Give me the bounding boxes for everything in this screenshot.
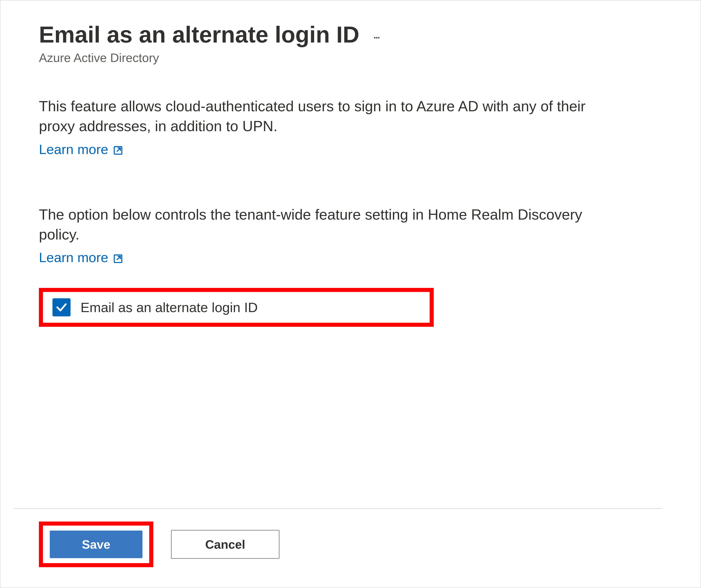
checkbox-label: Email as an alternate login ID bbox=[80, 300, 258, 315]
save-button[interactable]: Save bbox=[50, 531, 143, 558]
footer-actions: Save Cancel bbox=[39, 522, 662, 567]
learn-more-label: Learn more bbox=[39, 142, 108, 157]
page-subtitle: Azure Active Directory bbox=[39, 51, 662, 65]
checkmark-icon bbox=[55, 301, 68, 314]
highlight-checkbox-area: Email as an alternate login ID bbox=[39, 288, 434, 327]
learn-more-link-option[interactable]: Learn more bbox=[39, 250, 662, 265]
option-description: The option below controls the tenant-wid… bbox=[39, 205, 604, 244]
highlight-save-area: Save bbox=[39, 522, 153, 567]
feature-description: This feature allows cloud-authenticated … bbox=[39, 96, 604, 136]
header-row: Email as an alternate login ID ··· bbox=[39, 21, 662, 48]
learn-more-label: Learn more bbox=[39, 250, 108, 265]
learn-more-link-feature[interactable]: Learn more bbox=[39, 142, 662, 157]
external-link-icon bbox=[112, 252, 124, 263]
page-title: Email as an alternate login ID bbox=[39, 21, 359, 48]
footer-divider bbox=[14, 508, 662, 509]
external-link-icon bbox=[112, 144, 124, 155]
settings-panel: Email as an alternate login ID ··· Azure… bbox=[0, 0, 701, 588]
email-alternate-checkbox[interactable] bbox=[52, 298, 70, 317]
cancel-button[interactable]: Cancel bbox=[171, 530, 279, 559]
more-actions-icon[interactable]: ··· bbox=[373, 30, 379, 44]
checkbox-container[interactable]: Email as an alternate login ID bbox=[52, 298, 258, 317]
